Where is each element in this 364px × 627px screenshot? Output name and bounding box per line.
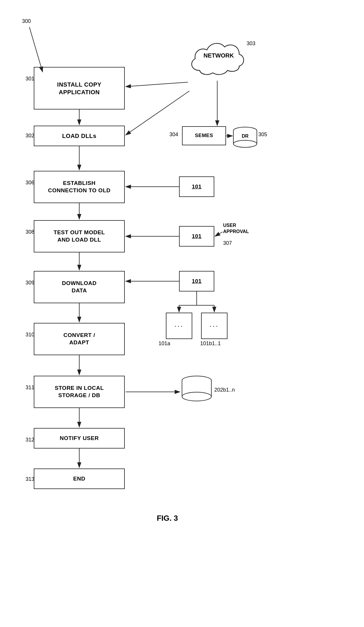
step-302-box: LOAD DLLs [34,126,125,146]
step-309-box: DOWNLOADDATA [34,271,125,303]
diagram: 300 NETWORK 303 SEMES 304 DR 305 301 INS… [0,0,364,627]
step-301-box: INSTALL COPYAPPLICATION [34,67,125,109]
ref-101-box-2: 101 [179,226,214,247]
user-approval-ref: 307 [223,240,232,246]
step-311-label: 311 [26,385,34,391]
ref-101-box-1: 101 [179,176,214,197]
local-db-shape [181,375,213,403]
svg-line-14 [126,82,188,87]
step-313-box: END [34,468,125,489]
semes-ref: 304 [169,132,178,138]
dots-box-b: ··· [201,313,227,339]
step-310-label: 310 [26,332,34,338]
svg-line-15 [126,91,189,135]
step-312-label: 312 [26,437,34,443]
step-301-label: 301 [26,76,34,82]
step-312-box: NOTIFY USER [34,428,125,449]
step-310-box: CONVERT /ADAPT [34,323,125,355]
svg-line-12 [29,27,43,72]
step-302-label: 302 [26,133,34,139]
diagram-label: 300 [22,18,31,24]
step-308-label: 308 [26,229,34,235]
svg-point-9 [182,392,211,401]
svg-line-22 [215,232,223,236]
step-309-label: 309 [26,280,34,286]
ref-101-box-3: 101 [179,271,214,291]
dr-label: DR [235,134,255,139]
dots-box-a: ··· [166,313,192,339]
semes-box: SEMES [182,126,226,145]
ref-101a-label: 101a [159,341,170,347]
step-313-label: 313 [26,476,34,482]
step-308-box: TEST OUT MODELAND LOAD DLL [34,220,125,252]
step-306-label: 306 [26,180,34,186]
ref-101b-label: 101b1..1 [200,341,221,347]
network-label: NETWORK [189,52,248,59]
step-306-box: ESTABLISHCONNECTION TO OLD [34,171,125,203]
user-approval-label: USERAPPROVAL [223,223,249,235]
step-311-box: STORE IN LOCALSTORAGE / DB [34,376,125,408]
network-ref: 303 [247,41,255,47]
ref-202-label: 202b1..n [214,387,235,393]
network-cloud [188,38,247,80]
dr-ref: 305 [258,132,267,138]
fig-caption: FIG. 3 [126,514,208,523]
svg-point-4 [233,140,257,147]
